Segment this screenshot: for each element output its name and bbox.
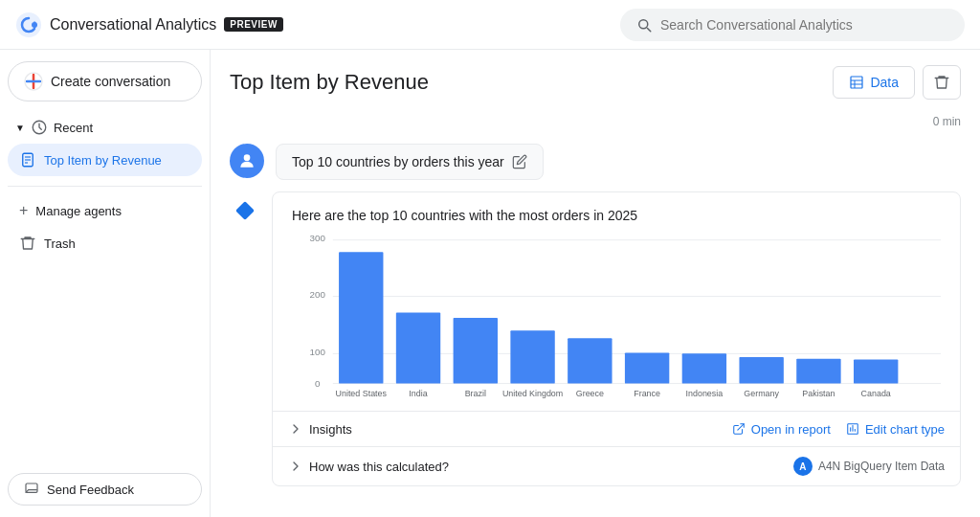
content-header: Top Item by Revenue Data — [230, 65, 961, 100]
svg-text:Greece: Greece — [576, 389, 604, 398]
svg-rect-27 — [396, 313, 440, 384]
insights-row: Insights Open in — [273, 412, 960, 447]
manage-agents-label: Manage agents — [35, 204, 122, 218]
sidebar-item-label: Top Item by Revenue — [44, 153, 162, 168]
datasource-label: A4N BigQuery Item Data — [818, 460, 945, 473]
bar-chart-svg: 300 200 100 0 — [292, 231, 941, 403]
feedback-label: Send Feedback — [47, 483, 134, 497]
create-conversation-button[interactable]: Create conversation — [8, 61, 202, 101]
send-feedback-button[interactable]: Send Feedback — [8, 473, 202, 506]
svg-text:300: 300 — [310, 233, 326, 243]
ai-indicator — [230, 195, 260, 226]
ai-diamond-icon — [234, 200, 256, 221]
user-message-text: Top 10 countries by orders this year — [292, 154, 504, 169]
open-in-report-button[interactable]: Open in report — [732, 422, 831, 437]
chart-footer: Insights Open in — [273, 411, 960, 485]
svg-text:France: France — [634, 389, 660, 398]
svg-point-0 — [16, 12, 41, 37]
clock-icon — [31, 119, 48, 136]
header-actions: Data — [833, 65, 961, 100]
search-bar[interactable] — [620, 9, 965, 41]
svg-text:India: India — [409, 389, 427, 398]
trash-label: Trash — [44, 236, 76, 251]
svg-text:United States: United States — [336, 389, 388, 398]
svg-text:100: 100 — [310, 347, 326, 357]
open-in-report-label: Open in report — [751, 422, 831, 437]
edit-icon[interactable] — [512, 154, 527, 169]
app-logo: Conversational Analytics PREVIEW — [15, 11, 283, 38]
svg-rect-41 — [796, 359, 840, 384]
chart-title: Here are the top 10 countries with the m… — [273, 192, 960, 231]
vote-row — [230, 498, 961, 502]
logo-icon — [15, 11, 42, 38]
svg-text:Canada: Canada — [861, 389, 891, 398]
chart-area: 300 200 100 0 — [273, 231, 960, 411]
edit-chart-label: Edit chart type — [865, 422, 945, 437]
search-input[interactable] — [660, 17, 949, 33]
datasource: A A4N BigQuery Item Data — [793, 457, 945, 476]
insights-left: Insights — [288, 421, 352, 437]
time-label: 0 min — [230, 115, 961, 128]
datasource-icon: A — [793, 457, 813, 476]
trash-icon — [19, 235, 36, 252]
svg-text:Pakistan: Pakistan — [802, 389, 835, 398]
page-title: Top Item by Revenue — [230, 70, 833, 95]
svg-rect-37 — [682, 353, 726, 383]
app-title: Conversational Analytics — [50, 16, 216, 34]
svg-rect-33 — [568, 338, 612, 383]
plus-icon: + — [19, 202, 28, 219]
footer-actions: Open in report — [732, 422, 945, 437]
svg-rect-39 — [739, 357, 783, 384]
ai-response-row: Here are the top 10 countries with the m… — [230, 191, 961, 486]
svg-text:0: 0 — [315, 378, 321, 389]
chevron-right-icon-2[interactable] — [288, 459, 303, 474]
svg-text:Indonesia: Indonesia — [686, 389, 724, 398]
svg-rect-29 — [454, 318, 498, 384]
app-container: Conversational Analytics PREVIEW Create … — [0, 0, 980, 517]
create-btn-label: Create conversation — [51, 74, 170, 89]
user-message-row: Top 10 countries by orders this year — [230, 144, 961, 180]
table-icon — [849, 75, 864, 90]
recent-header[interactable]: ▼ Recent — [8, 113, 202, 142]
how-calculated-row: How was this calculated? A A4N BigQuery … — [273, 447, 960, 485]
user-avatar — [230, 144, 264, 178]
svg-rect-11 — [851, 77, 862, 88]
svg-text:Germany: Germany — [744, 389, 779, 398]
main-content: Top Item by Revenue Data — [211, 50, 980, 517]
conversation-area: 0 min Top 10 countries by orders this ye… — [230, 115, 961, 502]
chart-icon — [846, 422, 859, 436]
user-icon — [237, 151, 256, 170]
svg-rect-31 — [510, 330, 554, 383]
svg-text:United Kingdom: United Kingdom — [502, 389, 563, 398]
external-link-icon — [732, 422, 746, 436]
svg-text:200: 200 — [310, 289, 326, 300]
search-icon — [635, 16, 653, 34]
sidebar: Create conversation ▼ Recent Top Item by… — [0, 50, 211, 517]
delete-button[interactable] — [923, 65, 961, 100]
edit-chart-type-button[interactable]: Edit chart type — [846, 422, 945, 437]
how-calculated-label: How was this calculated? — [309, 460, 449, 474]
data-btn-label: Data — [870, 75, 899, 90]
create-plus-icon — [24, 72, 43, 91]
chevron-down-icon: ▼ — [15, 123, 25, 133]
recent-label: Recent — [54, 121, 93, 135]
svg-point-15 — [244, 154, 251, 161]
data-button[interactable]: Data — [833, 66, 915, 99]
sidebar-divider — [8, 186, 202, 187]
how-calculated-left: How was this calculated? — [288, 459, 449, 474]
trash-button[interactable]: Trash — [8, 227, 202, 259]
topbar: Conversational Analytics PREVIEW — [0, 0, 980, 50]
svg-text:Brazil: Brazil — [465, 389, 486, 398]
svg-rect-25 — [339, 252, 383, 383]
svg-rect-16 — [235, 201, 255, 220]
chevron-right-icon[interactable] — [288, 421, 303, 437]
preview-badge: PREVIEW — [224, 17, 283, 32]
svg-rect-43 — [854, 360, 898, 384]
svg-rect-35 — [625, 352, 669, 383]
svg-line-45 — [738, 424, 744, 430]
insights-label: Insights — [309, 422, 352, 437]
main-layout: Create conversation ▼ Recent Top Item by… — [0, 50, 980, 517]
chart-card: Here are the top 10 countries with the m… — [272, 191, 961, 486]
sidebar-item-top-item-by-revenue[interactable]: Top Item by Revenue — [8, 144, 202, 176]
manage-agents-button[interactable]: + Manage agents — [8, 194, 202, 227]
